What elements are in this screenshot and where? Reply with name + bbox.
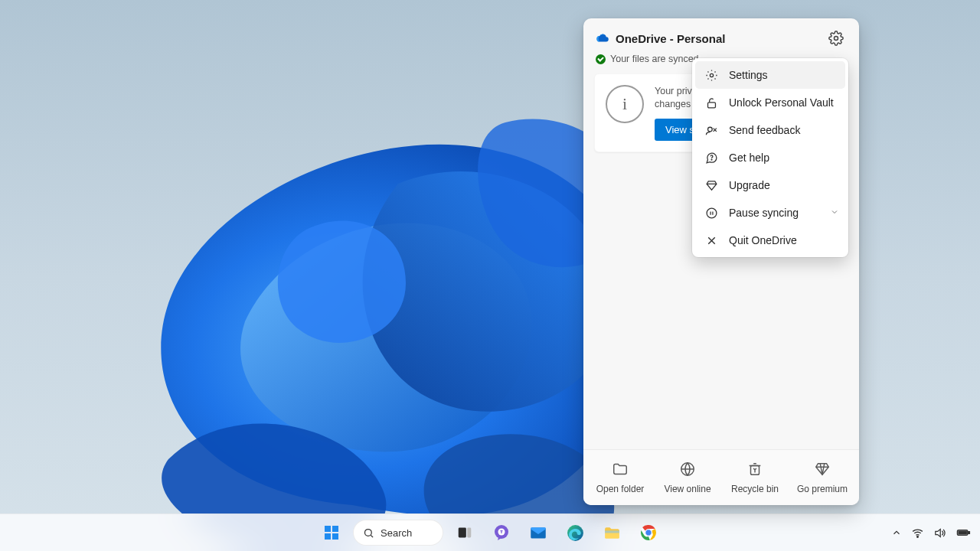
svg-rect-8 xyxy=(325,526,331,532)
chat-icon xyxy=(492,523,511,542)
svg-point-12 xyxy=(365,529,372,536)
taskbar-center: Search xyxy=(316,517,664,548)
edge-icon xyxy=(566,523,585,543)
folder-icon xyxy=(612,461,629,478)
go-premium-button[interactable]: Go premium xyxy=(795,461,850,494)
sync-status-text: Your files are synced xyxy=(610,54,699,64)
diamond-icon xyxy=(814,461,831,478)
onedrive-cloud-icon xyxy=(596,31,609,45)
task-view-button[interactable] xyxy=(449,517,480,548)
menu-settings[interactable]: Settings xyxy=(695,61,845,89)
pause-icon xyxy=(704,206,718,220)
battery-icon[interactable] xyxy=(956,525,971,540)
volume-icon[interactable] xyxy=(933,527,946,540)
chrome-icon xyxy=(639,523,658,542)
flyout-footer: Open folder View online Recycle bin Go p… xyxy=(583,449,859,505)
menu-quit[interactable]: Quit OneDrive xyxy=(695,227,845,254)
svg-point-7 xyxy=(707,208,717,218)
menu-pause-syncing[interactable]: Pause syncing xyxy=(695,199,845,227)
taskbar-system-tray[interactable] xyxy=(891,525,971,540)
chevron-up-icon[interactable] xyxy=(891,527,902,538)
gear-icon xyxy=(704,68,718,82)
menu-get-help[interactable]: Get help xyxy=(695,144,845,171)
settings-context-menu: Settings Unlock Personal Vault Send feed… xyxy=(692,58,848,257)
recycle-bin-icon xyxy=(746,461,763,478)
gear-icon xyxy=(828,31,844,46)
svg-rect-14 xyxy=(467,528,471,538)
view-online-button[interactable]: View online xyxy=(660,461,715,494)
svg-rect-29 xyxy=(959,531,966,533)
menu-unlock-vault[interactable]: Unlock Personal Vault xyxy=(695,89,845,116)
settings-gear-button[interactable] xyxy=(825,28,847,49)
svg-rect-4 xyxy=(707,102,715,107)
check-circle-icon xyxy=(596,54,606,64)
taskbar: Search xyxy=(0,514,980,551)
flyout-title: OneDrive - Personal xyxy=(616,32,819,45)
wifi-icon[interactable] xyxy=(911,527,924,540)
task-view-icon xyxy=(456,524,473,541)
file-explorer-button[interactable] xyxy=(596,517,627,548)
svg-point-6 xyxy=(711,159,712,160)
svg-rect-18 xyxy=(501,530,501,533)
svg-point-26 xyxy=(917,536,919,537)
close-icon xyxy=(704,233,718,247)
svg-point-0 xyxy=(835,37,838,41)
mail-icon xyxy=(528,523,548,543)
diamond-icon xyxy=(704,178,718,192)
menu-upgrade[interactable]: Upgrade xyxy=(695,171,845,199)
svg-point-3 xyxy=(710,73,713,77)
open-folder-button[interactable]: Open folder xyxy=(593,461,648,494)
feedback-icon xyxy=(704,123,718,137)
info-icon: i xyxy=(606,85,644,123)
start-button[interactable] xyxy=(316,517,347,548)
chevron-down-icon xyxy=(830,207,839,219)
svg-rect-13 xyxy=(459,528,466,538)
edge-browser-button[interactable] xyxy=(560,517,590,548)
folder-icon xyxy=(603,523,622,543)
globe-icon xyxy=(679,461,696,478)
svg-rect-22 xyxy=(605,530,619,533)
menu-send-feedback[interactable]: Send feedback xyxy=(695,116,845,144)
taskbar-search[interactable]: Search xyxy=(353,520,443,546)
recycle-bin-button[interactable]: Recycle bin xyxy=(727,461,782,494)
mail-app-button[interactable] xyxy=(523,517,554,548)
svg-point-5 xyxy=(707,127,712,132)
unlock-icon xyxy=(704,96,718,109)
search-icon xyxy=(363,527,374,539)
windows-logo-icon xyxy=(322,523,341,542)
svg-rect-10 xyxy=(325,533,331,540)
help-icon xyxy=(704,151,718,165)
svg-rect-11 xyxy=(332,533,338,540)
chrome-browser-button[interactable] xyxy=(633,517,664,548)
svg-rect-9 xyxy=(332,526,338,532)
teams-chat-button[interactable] xyxy=(486,517,517,548)
svg-rect-28 xyxy=(969,532,970,534)
